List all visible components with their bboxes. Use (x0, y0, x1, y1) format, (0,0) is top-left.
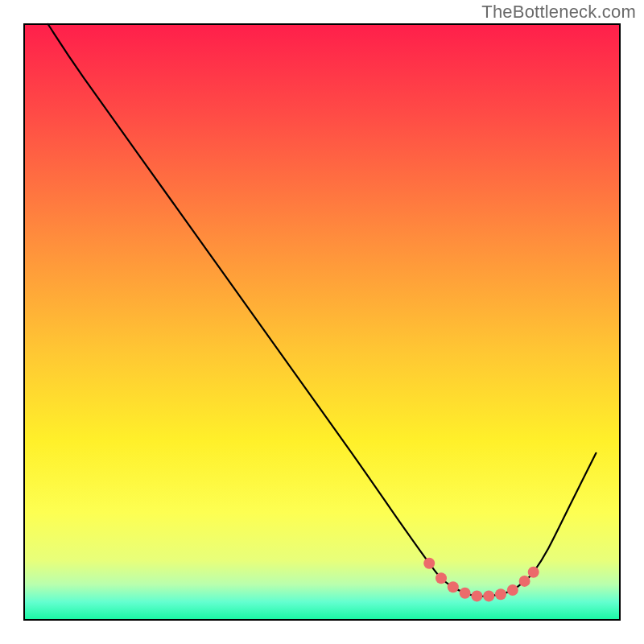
highlight-dot (460, 588, 471, 599)
highlight-dot (448, 581, 459, 592)
highlight-dot (483, 590, 494, 601)
highlight-dot (423, 558, 435, 569)
gradient-background (24, 24, 620, 620)
chart-container: TheBottleneck.com (0, 0, 644, 644)
highlight-dot (471, 590, 482, 601)
highlight-dot (507, 584, 518, 596)
bottleneck-chart (0, 0, 644, 644)
watermark-label: TheBottleneck.com (481, 2, 636, 23)
highlight-dot (495, 588, 506, 600)
highlight-dot (436, 572, 447, 584)
highlight-dot (528, 567, 539, 578)
highlight-dot (519, 576, 530, 587)
